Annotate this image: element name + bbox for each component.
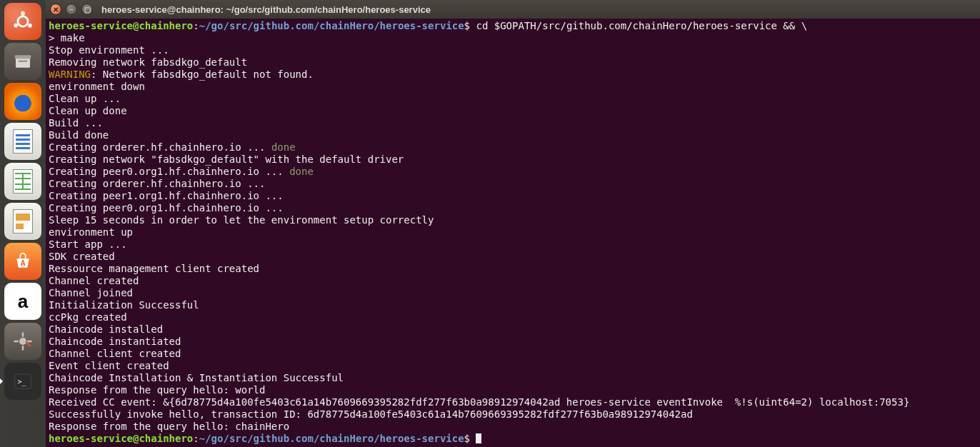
output-line: Response from the query hello: world [49,384,265,396]
output-line: environment up [49,226,133,238]
calc-icon [11,169,35,194]
impress-icon [11,209,35,233]
launcher-files[interactable] [4,43,41,80]
output-line: Chaincode instantiated [49,336,181,347]
output-line: Creating orderer.hf.chainhero.io ... [49,141,271,153]
software-center-icon: A [11,249,35,273]
launcher-amazon[interactable]: a [4,283,41,320]
unity-launcher: A a >_ [0,0,46,447]
launcher-libreoffice-impress[interactable] [4,203,41,240]
svg-rect-6 [19,61,28,62]
window-title: heroes-service@chainhero: ~/go/src/githu… [101,4,431,15]
output-line: Sleep 15 seconds in order to let the env… [49,214,434,226]
output-line: Channel joined [49,287,133,298]
output-line: ccPkg created [49,311,127,323]
output-line: Ressource management client created [49,263,259,274]
launcher-system-settings[interactable] [4,323,41,360]
launcher-firefox[interactable] [4,83,41,120]
titlebar[interactable]: ✕ – ▢ heroes-service@chainhero: ~/go/src… [46,0,980,19]
firefox-icon [11,89,35,114]
output-line: Initialization Successful [49,299,199,311]
output-line: SDK created [49,251,115,262]
prompt-user-host: heroes-service@chainhero [49,433,193,444]
output-line: Creating orderer.hf.chainhero.io ... [49,178,265,189]
svg-point-2 [14,24,18,28]
output-warning-tag: WARNING [49,69,91,80]
terminal-cursor [476,433,481,443]
output-line: Clean up done [49,105,127,116]
output-line: Creating network "fabsdkgo_default" with… [49,154,404,165]
output-line: Clean up ... [49,93,121,104]
launcher-ubuntu-software[interactable]: A [4,243,41,280]
prompt-command: cd $GOPATH/src/github.com/chainHero/hero… [470,20,807,31]
output-line: environment down [49,81,145,92]
prompt-path: ~/go/src/github.com/chainHero/heroes-ser… [199,20,464,31]
output-line: Creating peer1.org1.hf.chainhero.io ... [49,190,284,201]
output-done: done [271,141,296,153]
writer-icon [11,129,35,154]
output-line: Response from the query hello: chainHero [49,421,289,432]
terminal-window: ✕ – ▢ heroes-service@chainhero: ~/go/src… [46,0,980,447]
output-line: : Network fabsdkgo_default not found. [91,69,314,80]
settings-icon [11,329,35,353]
prompt-dollar: $ [464,20,470,31]
svg-text:A: A [20,259,25,267]
window-maximize-button[interactable]: ▢ [81,4,93,15]
launcher-libreoffice-calc[interactable] [4,163,41,200]
terminal-icon: >_ [11,369,35,393]
output-line: Start app ... [49,238,127,250]
output-line: Removing network fabsdkgo_default [49,56,247,68]
amazon-icon: a [11,289,35,313]
output-line: Event client created [49,360,169,371]
output-line: Creating peer0.org1.hf.chainhero.io ... [49,166,289,177]
prompt-dollar: $ [464,433,476,444]
output-line: Chaincode Installation & Instantiation S… [49,372,344,383]
prompt-user-host: heroes-service@chainhero [49,20,193,31]
prompt-colon: : [193,20,199,31]
output-line: Successfully invoke hello, transaction I… [49,408,693,420]
ubuntu-logo-icon [11,9,35,34]
svg-text:>_: >_ [18,378,27,386]
svg-point-0 [18,16,28,26]
svg-point-8 [19,338,26,345]
launcher-libreoffice-writer[interactable] [4,123,41,160]
prompt-command-cont: > make [49,32,85,44]
window-close-button[interactable]: ✕ [50,4,61,15]
launcher-terminal[interactable]: >_ [4,363,41,400]
launcher-ubuntu-dash[interactable] [4,3,41,40]
svg-point-1 [21,11,25,16]
prompt-path: ~/go/src/github.com/chainHero/heroes-ser… [199,433,464,444]
prompt-colon: : [193,433,199,444]
svg-rect-5 [15,55,31,59]
svg-point-3 [28,24,32,28]
output-line: Build done [49,129,109,141]
output-line: Stop environment ... [49,44,169,56]
output-line: Chaincode installed [49,323,163,335]
output-line: Creating peer0.org1.hf.chainhero.io ... [49,202,284,214]
window-minimize-button[interactable]: – [66,4,77,15]
output-line: Build ... [49,117,103,129]
output-line: Channel created [49,275,139,286]
output-line: Received CC event: &{6d78775d4a100fe5403… [49,396,909,408]
files-icon [11,49,35,74]
terminal-viewport[interactable]: heroes-service@chainhero:~/go/src/github… [46,19,980,447]
output-done: done [289,166,314,177]
output-line: Channel client created [49,348,181,359]
